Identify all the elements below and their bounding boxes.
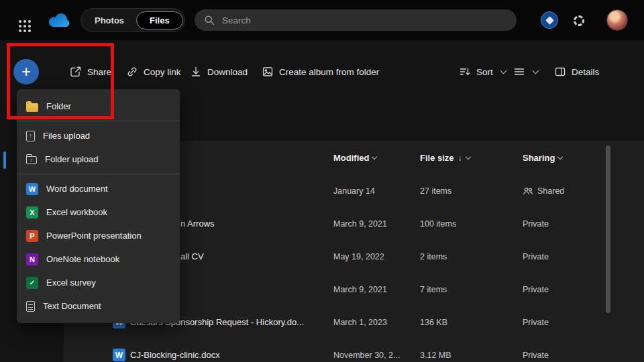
chevron-down-icon (500, 67, 506, 74)
menu-item-icon (26, 131, 35, 141)
menu-divider (17, 174, 180, 174)
scrollbar-thumb[interactable] (606, 145, 610, 313)
column-header-modified[interactable]: Modified (333, 141, 417, 174)
view-options-button[interactable] (513, 57, 538, 86)
menu-item-label: OneNote notebook (46, 254, 119, 264)
menu-item-icon (26, 230, 38, 242)
menu-item-icon (26, 206, 38, 219)
file-size: 3.12 MB (420, 339, 497, 362)
file-modified: November 30, 2... (333, 339, 417, 362)
menu-item-label: Word document (46, 184, 108, 194)
command-bar: Share Copy link Download Create album fr… (0, 57, 644, 86)
menu-item[interactable]: Word document (17, 177, 180, 200)
top-bar: Photos Files (0, 0, 644, 40)
menu-item-group: Files upload (17, 124, 180, 147)
file-modified: March 1, 2023 (333, 306, 417, 339)
file-modified: May 19, 2022 (333, 240, 417, 273)
menu-item[interactable]: Excel workbook (17, 200, 180, 224)
menu-item-group: Folder (17, 95, 180, 121)
download-label: Download (207, 67, 248, 77)
new-button[interactable] (13, 59, 39, 84)
menu-item[interactable]: Text Document (17, 294, 180, 318)
share-icon (70, 66, 82, 78)
filesize-header-label: File size (420, 153, 454, 163)
download-icon (190, 66, 202, 78)
chevron-down-icon (372, 154, 377, 159)
search-icon (204, 15, 215, 25)
settings-gear-icon[interactable] (572, 14, 586, 27)
menu-item[interactable]: OneNote notebook (17, 247, 180, 271)
file-size: 100 items (420, 207, 497, 240)
menu-item[interactable]: Folder (17, 95, 180, 118)
file-modified: March 9, 2021 (333, 273, 417, 306)
file-size: 7 items (420, 273, 497, 306)
album-icon (262, 66, 274, 78)
file-sharing: Shared (523, 174, 610, 207)
create-album-label: Create album from folder (279, 67, 379, 77)
menu-item-group: Folder upload (17, 147, 180, 174)
chevron-down-icon (557, 154, 563, 159)
premium-badge-icon[interactable] (541, 11, 558, 29)
chevron-down-icon (533, 67, 539, 74)
menu-item-group: Excel survey (17, 271, 180, 294)
menu-item-icon (26, 253, 38, 265)
menu-item[interactable]: Files upload (17, 124, 180, 147)
sort-icon (459, 66, 471, 78)
list-view-icon (513, 66, 525, 78)
share-button[interactable]: Share (70, 57, 111, 86)
shared-people-icon (523, 186, 533, 196)
app-launcher-icon[interactable] (19, 15, 32, 28)
file-size: 27 items (420, 174, 497, 207)
sort-label: Sort (476, 67, 493, 77)
column-header-sharing[interactable]: Sharing (523, 141, 610, 174)
new-item-menu: Folder Files upload Folder upload Word d… (17, 89, 180, 323)
onedrive-logo-icon[interactable] (47, 13, 71, 30)
create-album-button[interactable]: Create album from folder (262, 57, 379, 86)
menu-item[interactable]: Folder upload (17, 147, 180, 171)
menu-item-label: Excel survey (46, 278, 96, 288)
menu-item[interactable]: Excel survey (17, 271, 180, 294)
modified-header-label: Modified (333, 153, 369, 163)
tab-files[interactable]: Files (136, 11, 183, 29)
file-sharing: Private (523, 240, 610, 273)
menu-item-group: OneNote notebook (17, 247, 180, 271)
sharing-status: Private (523, 219, 549, 229)
details-pane-icon (554, 66, 566, 78)
copy-link-button[interactable]: Copy link (126, 57, 181, 86)
file-sharing: Private (523, 339, 610, 362)
plus-icon (21, 64, 31, 80)
sharing-status: Private (523, 351, 549, 360)
view-toggle: Photos Files (80, 8, 185, 32)
sharing-status: Private (523, 252, 549, 261)
account-avatar[interactable] (606, 9, 628, 31)
download-button[interactable]: Download (190, 57, 248, 86)
menu-item-label: PowerPoint presentation (46, 231, 142, 241)
scrollbar[interactable] (606, 142, 610, 362)
nav-selection-indicator (3, 152, 6, 169)
menu-item-icon (26, 103, 38, 112)
menu-item[interactable]: PowerPoint presentation (17, 224, 180, 247)
sharing-status: Shared (537, 186, 564, 196)
sharing-status: Private (523, 285, 549, 294)
sort-descending-icon (458, 153, 463, 163)
search-box[interactable] (195, 9, 517, 31)
sort-button[interactable]: Sort (459, 57, 506, 86)
menu-item-icon (26, 156, 37, 164)
column-header-filesize[interactable]: File size (420, 141, 497, 174)
file-sharing: Private (523, 273, 610, 306)
menu-item-label: Folder (46, 101, 71, 111)
menu-item-label: Excel workbook (46, 207, 107, 217)
sharing-header-label: Sharing (523, 153, 555, 163)
copy-link-label: Copy link (144, 67, 181, 77)
file-name: CJ-Blocking-clinic.docx (130, 350, 220, 360)
menu-divider (17, 121, 180, 121)
menu-item-icon (26, 301, 35, 312)
link-icon (126, 66, 138, 78)
search-input[interactable] (221, 15, 507, 26)
file-modified: March 9, 2021 (333, 207, 417, 240)
tab-photos[interactable]: Photos (83, 11, 136, 29)
details-button[interactable]: Details (554, 57, 599, 86)
file-row[interactable]: CJ-Blocking-clinic.docx November 30, 2..… (64, 339, 644, 362)
menu-item-icon (26, 277, 38, 289)
menu-item-icon (26, 183, 38, 195)
